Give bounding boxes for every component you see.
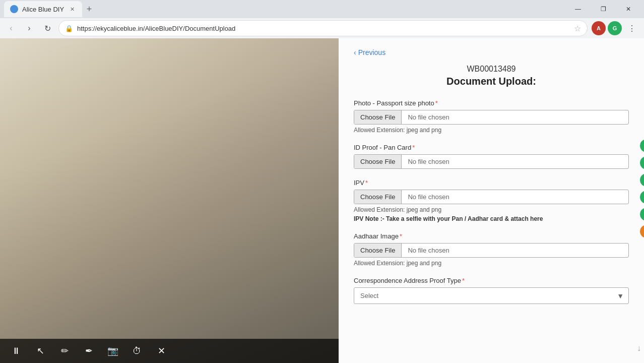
- ipv-allowed-ext: Allowed Extension: jpeg and png: [354, 206, 629, 213]
- aadhaar-allowed-ext: Allowed Extension: jpeg and png: [354, 260, 629, 267]
- pan-label: ID Proof - Pan Card *: [354, 144, 629, 151]
- ipv-choose-file-button[interactable]: Choose File: [354, 190, 402, 204]
- correspondence-select-wrapper: Select Aadhaar Card Voter ID Passport Dr…: [354, 287, 629, 304]
- photo-choose-file-button[interactable]: Choose File: [354, 110, 402, 124]
- pan-choose-file-button[interactable]: Choose File: [354, 155, 402, 168]
- correspondence-label: Correspondence Address Proof Type *: [354, 277, 629, 284]
- step-2-dot[interactable]: 2: [640, 156, 644, 169]
- pan-file-input[interactable]: Choose File No file chosen: [354, 154, 629, 169]
- browser-tab[interactable]: Alice Blue DIY ✕: [4, 1, 82, 17]
- ipv-file-input[interactable]: Choose File No file chosen: [354, 190, 629, 204]
- lock-icon: 🔒: [65, 25, 73, 32]
- pan-required-star: *: [412, 144, 415, 151]
- close-tool-button[interactable]: ✕: [153, 343, 169, 359]
- extension-red-button[interactable]: A: [592, 21, 606, 35]
- step-4-dot[interactable]: 4: [640, 191, 644, 204]
- correspondence-select[interactable]: Select Aadhaar Card Voter ID Passport Dr…: [354, 287, 629, 304]
- pen-tool-button[interactable]: ✏: [56, 343, 73, 359]
- new-tab-button[interactable]: +: [82, 2, 96, 16]
- tab-favicon: [10, 5, 18, 13]
- timer-tool-button[interactable]: ⏱: [129, 343, 145, 359]
- photo-required-star: *: [435, 99, 438, 107]
- close-window-button[interactable]: ✕: [617, 1, 640, 17]
- prev-label: Previous: [358, 48, 385, 56]
- refresh-button[interactable]: ↻: [40, 21, 54, 35]
- aadhaar-label: Aadhaar Image *: [354, 232, 629, 240]
- aadhaar-file-status: No file chosen: [402, 244, 628, 257]
- aadhaar-required-star: *: [400, 232, 402, 240]
- pan-field-group: ID Proof - Pan Card * Choose File No fil…: [354, 144, 629, 169]
- correspondence-field-group: Correspondence Address Proof Type * Sele…: [354, 277, 629, 304]
- maximize-button[interactable]: ❐: [592, 1, 615, 17]
- background-image: ⏸ ↖ ✏ ✒ 📷 ⏱ ✕: [0, 38, 339, 363]
- back-button[interactable]: ‹: [4, 21, 18, 35]
- page-wrapper: ⏸ ↖ ✏ ✒ 📷 ⏱ ✕ ‹ Previous WB00013489 Docu…: [0, 38, 644, 363]
- pause-button[interactable]: ⏸: [8, 343, 24, 359]
- prev-chevron-icon: ‹: [354, 48, 356, 56]
- browser-actions: A G ⋮: [592, 20, 640, 36]
- ipv-field-group: IPV * Choose File No file chosen Allowed…: [354, 179, 629, 222]
- previous-button[interactable]: ‹ Previous: [354, 48, 629, 56]
- correspondence-label-text: Correspondence Address Proof Type: [354, 277, 461, 284]
- step-indicators: 1 2 3 4 5 6: [640, 139, 644, 238]
- extension-green-button[interactable]: G: [608, 21, 622, 35]
- aadhaar-field-group: Aadhaar Image * Choose File No file chos…: [354, 232, 629, 267]
- scroll-indicator: ↓: [634, 344, 644, 353]
- tab-close-button[interactable]: ✕: [68, 5, 76, 13]
- step-6-dot[interactable]: 6: [640, 225, 644, 238]
- menu-button[interactable]: ⋮: [624, 20, 640, 36]
- ipv-label: IPV *: [354, 179, 629, 187]
- photo-allowed-ext: Allowed Extension: jpeg and png: [354, 127, 629, 134]
- photo-label-text: Photo - Passport size photo: [354, 99, 434, 107]
- aadhaar-file-input[interactable]: Choose File No file chosen: [354, 243, 629, 258]
- aadhaar-label-text: Aadhaar Image: [354, 232, 399, 240]
- recording-toolbar: ⏸ ↖ ✏ ✒ 📷 ⏱ ✕: [0, 339, 339, 363]
- bookmark-icon[interactable]: ☆: [574, 24, 581, 33]
- url-bar[interactable]: 🔒 https://ekycaliceblue.in/AliceBlueDIY/…: [58, 20, 588, 36]
- step-1-dot[interactable]: 1: [640, 139, 644, 152]
- ipv-required-star: *: [365, 179, 368, 187]
- cursor-tool-button[interactable]: ↖: [32, 343, 48, 359]
- aadhaar-choose-file-button[interactable]: Choose File: [354, 244, 402, 257]
- photo-label: Photo - Passport size photo *: [354, 99, 629, 107]
- page-title: Document Upload:: [354, 76, 629, 87]
- minimize-button[interactable]: —: [566, 1, 590, 17]
- photo-file-status: No file chosen: [402, 110, 628, 124]
- pan-file-status: No file chosen: [402, 155, 628, 168]
- photo-file-input[interactable]: Choose File No file chosen: [354, 110, 629, 125]
- pan-label-text: ID Proof - Pan Card: [354, 144, 411, 151]
- tab-title: Alice Blue DIY: [22, 6, 64, 13]
- eraser-tool-button[interactable]: ✒: [81, 343, 97, 359]
- camera-tool-button[interactable]: 📷: [105, 343, 121, 359]
- ipv-note: IPV Note :- Take a selfie with your Pan …: [354, 215, 629, 222]
- address-bar: ‹ › ↻ 🔒 https://ekycaliceblue.in/AliceBl…: [0, 18, 644, 38]
- scroll-down-icon: ↓: [637, 344, 641, 353]
- photo-field-group: Photo - Passport size photo * Choose Fil…: [354, 99, 629, 134]
- url-text: https://ekycaliceblue.in/AliceBlueDIY/Do…: [77, 25, 570, 32]
- window-controls: — ❐ ✕: [566, 1, 640, 17]
- forward-button[interactable]: ›: [22, 21, 36, 35]
- ipv-label-text: IPV: [354, 179, 364, 187]
- laptop-background: [0, 38, 339, 363]
- step-5-dot[interactable]: 5: [640, 208, 644, 221]
- ipv-file-status: No file chosen: [402, 190, 628, 204]
- content-panel: ‹ Previous WB00013489 Document Upload: P…: [339, 38, 644, 363]
- browser-chrome: Alice Blue DIY ✕ + — ❐ ✕ ‹ › ↻ 🔒 https:/…: [0, 0, 644, 38]
- title-bar: Alice Blue DIY ✕ + — ❐ ✕: [0, 0, 644, 18]
- account-id: WB00013489: [354, 65, 629, 74]
- step-3-dot[interactable]: 3: [640, 173, 644, 187]
- correspondence-required-star: *: [462, 277, 465, 284]
